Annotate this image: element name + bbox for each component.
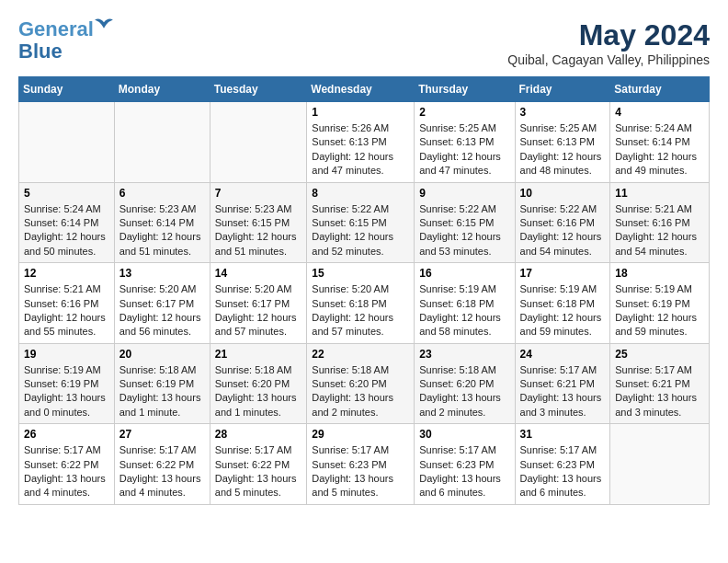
day-info: Sunrise: 5:19 AMSunset: 6:19 PMDaylight:… [24,363,109,420]
day-cell-13: 13Sunrise: 5:20 AMSunset: 6:17 PMDayligh… [114,263,210,344]
week-row-2: 5Sunrise: 5:24 AMSunset: 6:14 PMDaylight… [19,182,710,263]
day-number: 19 [24,348,109,361]
col-header-saturday: Saturday [610,77,710,102]
day-number: 5 [24,187,109,200]
day-cell-19: 19Sunrise: 5:19 AMSunset: 6:19 PMDayligh… [19,343,115,424]
day-info: Sunrise: 5:23 AMSunset: 6:15 PMDaylight:… [215,202,302,259]
day-number: 2 [419,106,509,119]
day-info: Sunrise: 5:17 AMSunset: 6:21 PMDaylight:… [520,363,606,420]
day-cell-18: 18Sunrise: 5:19 AMSunset: 6:19 PMDayligh… [610,263,710,344]
day-number: 4 [615,106,704,119]
day-info: Sunrise: 5:22 AMSunset: 6:15 PMDaylight:… [419,202,509,259]
day-cell-29: 29Sunrise: 5:17 AMSunset: 6:23 PMDayligh… [307,424,415,505]
col-header-friday: Friday [515,77,610,102]
col-header-thursday: Thursday [415,77,515,102]
day-info: Sunrise: 5:19 AMSunset: 6:18 PMDaylight:… [520,282,606,339]
logo-bird-icon [94,17,114,33]
day-number: 29 [312,428,409,441]
day-number: 27 [119,428,205,441]
day-cell-12: 12Sunrise: 5:21 AMSunset: 6:16 PMDayligh… [19,263,115,344]
day-info: Sunrise: 5:17 AMSunset: 6:21 PMDaylight:… [615,363,704,420]
day-cell-9: 9Sunrise: 5:22 AMSunset: 6:15 PMDaylight… [415,182,515,263]
day-cell-5: 5Sunrise: 5:24 AMSunset: 6:14 PMDaylight… [19,182,115,263]
day-cell-21: 21Sunrise: 5:18 AMSunset: 6:20 PMDayligh… [210,343,307,424]
day-number: 8 [312,187,409,200]
day-cell-14: 14Sunrise: 5:20 AMSunset: 6:17 PMDayligh… [210,263,307,344]
col-header-tuesday: Tuesday [210,77,307,102]
main-title: May 2024 [507,18,710,52]
day-cell-6: 6Sunrise: 5:23 AMSunset: 6:14 PMDaylight… [114,182,210,263]
day-number: 7 [215,187,302,200]
day-info: Sunrise: 5:18 AMSunset: 6:20 PMDaylight:… [215,363,302,420]
day-info: Sunrise: 5:21 AMSunset: 6:16 PMDaylight:… [615,202,704,259]
day-info: Sunrise: 5:17 AMSunset: 6:22 PMDaylight:… [119,443,205,500]
day-number: 30 [419,428,509,441]
day-cell-22: 22Sunrise: 5:18 AMSunset: 6:20 PMDayligh… [307,343,415,424]
logo-general: General [18,17,94,40]
day-info: Sunrise: 5:26 AMSunset: 6:13 PMDaylight:… [312,121,409,178]
day-info: Sunrise: 5:18 AMSunset: 6:20 PMDaylight:… [312,363,409,420]
calendar-table: SundayMondayTuesdayWednesdayThursdayFrid… [18,76,710,505]
day-number: 12 [24,267,109,280]
day-number: 25 [615,348,704,361]
day-cell-28: 28Sunrise: 5:17 AMSunset: 6:22 PMDayligh… [210,424,307,505]
day-info: Sunrise: 5:20 AMSunset: 6:17 PMDaylight:… [119,282,205,339]
day-number: 20 [119,348,205,361]
day-info: Sunrise: 5:25 AMSunset: 6:13 PMDaylight:… [419,121,509,178]
day-cell-20: 20Sunrise: 5:18 AMSunset: 6:19 PMDayligh… [114,343,210,424]
empty-cell [610,424,710,505]
day-number: 15 [312,267,409,280]
day-number: 18 [615,267,704,280]
day-info: Sunrise: 5:17 AMSunset: 6:23 PMDaylight:… [419,443,509,500]
day-number: 16 [419,267,509,280]
day-number: 17 [520,267,606,280]
empty-cell [19,102,115,183]
col-header-wednesday: Wednesday [307,77,415,102]
col-header-sunday: Sunday [19,77,115,102]
day-number: 23 [419,348,509,361]
day-info: Sunrise: 5:21 AMSunset: 6:16 PMDaylight:… [24,282,109,339]
day-cell-17: 17Sunrise: 5:19 AMSunset: 6:18 PMDayligh… [515,263,610,344]
day-info: Sunrise: 5:24 AMSunset: 6:14 PMDaylight:… [24,202,109,259]
day-cell-4: 4Sunrise: 5:24 AMSunset: 6:14 PMDaylight… [610,102,710,183]
empty-cell [114,102,210,183]
day-number: 24 [520,348,606,361]
subtitle: Quibal, Cagayan Valley, Philippines [507,52,710,67]
day-info: Sunrise: 5:20 AMSunset: 6:18 PMDaylight:… [312,282,409,339]
logo-text: General Blue [18,17,94,63]
day-info: Sunrise: 5:17 AMSunset: 6:22 PMDaylight:… [24,443,109,500]
day-info: Sunrise: 5:19 AMSunset: 6:18 PMDaylight:… [419,282,509,339]
day-number: 10 [520,187,606,200]
day-cell-16: 16Sunrise: 5:19 AMSunset: 6:18 PMDayligh… [415,263,515,344]
empty-cell [210,102,307,183]
day-number: 21 [215,348,302,361]
day-number: 11 [615,187,704,200]
col-header-monday: Monday [114,77,210,102]
day-info: Sunrise: 5:23 AMSunset: 6:14 PMDaylight:… [119,202,205,259]
day-cell-27: 27Sunrise: 5:17 AMSunset: 6:22 PMDayligh… [114,424,210,505]
day-number: 31 [520,428,606,441]
day-info: Sunrise: 5:18 AMSunset: 6:19 PMDaylight:… [119,363,205,420]
day-number: 14 [215,267,302,280]
day-cell-25: 25Sunrise: 5:17 AMSunset: 6:21 PMDayligh… [610,343,710,424]
day-number: 26 [24,428,109,441]
logo-blue: Blue [18,40,63,63]
day-cell-3: 3Sunrise: 5:25 AMSunset: 6:13 PMDaylight… [515,102,610,183]
header-row: SundayMondayTuesdayWednesdayThursdayFrid… [19,77,710,102]
day-info: Sunrise: 5:17 AMSunset: 6:22 PMDaylight:… [215,443,302,500]
day-info: Sunrise: 5:22 AMSunset: 6:15 PMDaylight:… [312,202,409,259]
day-cell-11: 11Sunrise: 5:21 AMSunset: 6:16 PMDayligh… [610,182,710,263]
day-cell-7: 7Sunrise: 5:23 AMSunset: 6:15 PMDaylight… [210,182,307,263]
header: General Blue May 2024 Quibal, Cagayan Va… [18,18,710,67]
day-info: Sunrise: 5:24 AMSunset: 6:14 PMDaylight:… [615,121,704,178]
day-cell-30: 30Sunrise: 5:17 AMSunset: 6:23 PMDayligh… [415,424,515,505]
day-number: 9 [419,187,509,200]
day-info: Sunrise: 5:20 AMSunset: 6:17 PMDaylight:… [215,282,302,339]
day-number: 13 [119,267,205,280]
day-cell-8: 8Sunrise: 5:22 AMSunset: 6:15 PMDaylight… [307,182,415,263]
day-info: Sunrise: 5:18 AMSunset: 6:20 PMDaylight:… [419,363,509,420]
day-cell-10: 10Sunrise: 5:22 AMSunset: 6:16 PMDayligh… [515,182,610,263]
week-row-3: 12Sunrise: 5:21 AMSunset: 6:16 PMDayligh… [19,263,710,344]
day-cell-26: 26Sunrise: 5:17 AMSunset: 6:22 PMDayligh… [19,424,115,505]
week-row-5: 26Sunrise: 5:17 AMSunset: 6:22 PMDayligh… [19,424,710,505]
